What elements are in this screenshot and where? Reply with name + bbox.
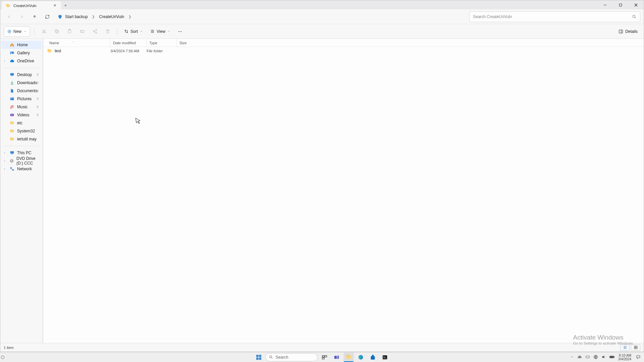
tray-time: 8:10 AM — [618, 354, 631, 357]
new-tab-button[interactable]: ＋ — [61, 2, 70, 9]
svg-rect-52 — [256, 357, 259, 360]
taskbar-app-explorer[interactable] — [344, 353, 354, 362]
sort-icon — [124, 29, 128, 34]
paste-button[interactable] — [64, 26, 75, 37]
details-pane-button[interactable]: Details — [616, 28, 640, 35]
rename-button[interactable] — [77, 26, 88, 37]
copy-button[interactable] — [51, 26, 62, 37]
pin-icon: ⚲ — [37, 105, 39, 109]
taskbar-app-store[interactable] — [368, 353, 378, 362]
delete-button[interactable] — [102, 26, 113, 37]
tray-input-icon[interactable] — [585, 355, 590, 360]
close-button[interactable] — [628, 0, 644, 9]
view-button[interactable]: View — [148, 28, 173, 35]
svg-line-21 — [94, 32, 96, 33]
taskbar-search-label: Search — [276, 355, 288, 360]
view-details-button[interactable] — [620, 344, 630, 351]
disc-icon — [9, 158, 14, 164]
pin-icon: ⚲ — [37, 73, 39, 76]
tab-close-button[interactable]: ✕ — [52, 3, 58, 8]
sidebar-item-label: Pictures — [17, 97, 32, 101]
nav-back-button[interactable] — [4, 11, 14, 22]
taskbar-app-terminal[interactable] — [380, 353, 390, 362]
sidebar-item-pictures[interactable]: Pictures⚲ — [1, 95, 42, 103]
svg-point-4 — [633, 15, 635, 17]
column-header-date[interactable]: Date modified — [110, 39, 147, 47]
svg-point-19 — [96, 32, 97, 34]
task-view-indicator[interactable] — [0, 352, 5, 362]
chevron-right-icon: › — [4, 167, 5, 171]
sidebar-item-gallery[interactable]: Gallery — [1, 49, 42, 57]
svg-point-35 — [11, 98, 12, 99]
sidebar-item-label: System32 — [17, 129, 35, 133]
nav-forward-button[interactable] — [16, 11, 27, 22]
new-button[interactable]: New — [4, 26, 30, 37]
status-bar: 1 item — [0, 343, 644, 352]
taskbar-app-teams[interactable] — [332, 353, 342, 362]
sidebar-item-etc[interactable]: etc — [1, 119, 42, 127]
sort-asc-icon: ˄ — [72, 41, 74, 44]
start-button[interactable] — [254, 353, 264, 362]
nav-refresh-button[interactable] — [42, 11, 53, 22]
sidebar-item-home[interactable]: Home — [1, 41, 42, 49]
taskbar-app-edge[interactable] — [356, 353, 366, 362]
tray-overflow-button[interactable] — [570, 355, 574, 359]
cut-button[interactable] — [39, 26, 49, 37]
separator — [4, 146, 39, 146]
sidebar: Home Gallery › OneDrive Desktop⚲ Downloa… — [0, 39, 43, 343]
column-header-name[interactable]: Name˄ — [47, 39, 110, 47]
search-input[interactable]: Search CreateUriVuln — [469, 11, 640, 22]
documents-icon — [9, 88, 15, 94]
minimize-button[interactable] — [597, 0, 613, 9]
sidebar-item-network[interactable]: › Network — [1, 165, 42, 173]
share-button[interactable] — [90, 26, 100, 37]
svg-point-60 — [337, 355, 339, 357]
sidebar-item-dvd[interactable]: › DVD Drive (D:) CCC — [1, 157, 42, 165]
view-thumbs-button[interactable] — [631, 344, 640, 351]
sidebar-item-this-pc[interactable]: › This PC — [1, 149, 42, 157]
tray-battery-icon[interactable] — [609, 355, 615, 360]
maximize-button[interactable] — [613, 0, 628, 9]
taskbar-search[interactable]: Search — [266, 353, 318, 361]
file-list-rows[interactable]: test 3/4/2024 7:56 AM File folder — [43, 47, 644, 343]
sidebar-item-downloads[interactable]: Downloads⚲ — [1, 79, 42, 87]
titlebar: CreateUriVuln ✕ ＋ — [0, 0, 644, 9]
tray-volume-icon[interactable] — [601, 355, 606, 360]
column-headers: Name˄ Date modified Type Size — [43, 39, 644, 47]
svg-line-5 — [635, 17, 636, 18]
tray-notifications-button[interactable] — [635, 355, 642, 360]
downloads-icon — [9, 80, 15, 85]
sidebar-item-desktop[interactable]: Desktop⚲ — [1, 71, 42, 79]
column-header-type[interactable]: Type — [147, 39, 177, 47]
breadcrumb-seg-0[interactable]: Start backup — [64, 14, 89, 20]
search-icon — [269, 355, 273, 359]
svg-point-26 — [180, 31, 180, 32]
tray-network-icon[interactable] — [593, 355, 598, 360]
tray-onedrive-icon[interactable] — [577, 355, 582, 360]
sidebar-item-system32[interactable]: System32 — [1, 127, 42, 135]
folder-icon — [9, 128, 15, 134]
taskbar-app-taskview[interactable] — [320, 353, 330, 362]
breadcrumb-seg-1[interactable]: CreateUriVuln — [98, 14, 125, 20]
sidebar-item-iertutil[interactable]: iertutil may — [1, 135, 42, 143]
breadcrumb: Start backup ❯ CreateUriVuln ❯ — [55, 11, 467, 22]
column-header-size[interactable]: Size — [177, 39, 200, 47]
sidebar-item-videos[interactable]: Videos⚲ — [1, 111, 42, 119]
chevron-down-icon — [23, 30, 26, 33]
svg-line-55 — [272, 358, 273, 359]
tab-current[interactable]: CreateUriVuln ✕ — [2, 1, 61, 10]
sidebar-item-label: Videos — [17, 113, 29, 117]
sidebar-item-music[interactable]: Music⚲ — [1, 103, 42, 111]
more-button[interactable] — [175, 28, 185, 35]
sort-button[interactable]: Sort — [121, 28, 146, 35]
sidebar-item-documents[interactable]: Documents⚲ — [1, 87, 42, 95]
tray-clock[interactable]: 8:10 AM 3/4/2024 — [618, 354, 631, 361]
nav-up-button[interactable] — [29, 11, 40, 22]
file-explorer-window: CreateUriVuln ✕ ＋ Start backup ❯ CreateU… — [0, 0, 644, 352]
file-row[interactable]: test 3/4/2024 7:56 AM File folder — [47, 47, 644, 55]
tray-date: 3/4/2024 — [618, 357, 631, 361]
shield-icon — [57, 14, 63, 19]
svg-rect-51 — [259, 355, 261, 357]
sidebar-item-onedrive[interactable]: › OneDrive — [1, 57, 42, 65]
svg-rect-37 — [10, 151, 14, 154]
